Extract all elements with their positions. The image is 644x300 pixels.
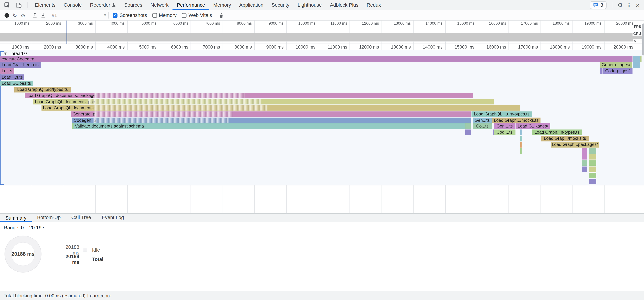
tab-network[interactable]: Network bbox=[146, 0, 173, 10]
track-selection-bracket-bottom bbox=[0, 184, 4, 185]
inspect-element-icon[interactable] bbox=[2, 1, 12, 9]
history-select[interactable]: #1 ▾ bbox=[52, 13, 106, 18]
flame-bar[interactable]: Lo...s bbox=[0, 68, 14, 74]
ruler-tick-label: 5000 ms bbox=[125, 44, 156, 50]
checkbox-memory[interactable]: Memory bbox=[152, 13, 177, 18]
tab-console[interactable]: Console bbox=[60, 0, 86, 10]
tab-bottom-up[interactable]: Bottom-Up bbox=[32, 214, 66, 221]
flame-bar[interactable] bbox=[582, 166, 587, 172]
flame-bar[interactable]: Codeg...ges/ bbox=[602, 68, 632, 74]
flame-bar[interactable]: Load GraphQ...ed/types.ts bbox=[14, 87, 70, 92]
ruler-tick-label: 6000 ms bbox=[157, 21, 188, 26]
ruler-tick-label: 2000 ms bbox=[30, 44, 61, 50]
flame-bar[interactable]: Load GraphQL documents: package bbox=[24, 93, 473, 98]
flame-bar[interactable] bbox=[589, 172, 596, 178]
flame-bar[interactable] bbox=[589, 166, 596, 172]
flame-bar[interactable] bbox=[633, 62, 640, 68]
tab-recorder[interactable]: Recorder bbox=[86, 0, 120, 10]
load-profile-icon[interactable] bbox=[31, 11, 39, 20]
flame-bar[interactable]: Load Graph...packages/ bbox=[550, 142, 599, 147]
clear-recording-button[interactable]: ⊘ bbox=[19, 11, 27, 20]
flame-bar[interactable]: Load GraphQL documents: pac bbox=[33, 99, 494, 105]
tab-lighthouse[interactable]: Lighthouse bbox=[294, 0, 326, 10]
vertical-scrollbar-thumb[interactable] bbox=[642, 23, 644, 55]
flame-bar[interactable] bbox=[520, 142, 522, 147]
learn-more-link[interactable]: Learn more bbox=[87, 293, 112, 298]
record-button[interactable] bbox=[2, 11, 11, 20]
flame-bar[interactable]: Load Graph.../mocks.ts bbox=[492, 117, 540, 123]
flame-bar[interactable]: Gen....ts bbox=[494, 124, 515, 129]
performance-toolbar: ↻ ⊘ #1 ▾ ✓ScreenshotsMemoryWeb Vitals bbox=[0, 10, 644, 21]
tab-performance[interactable]: Performance bbox=[173, 0, 209, 10]
flame-bar[interactable]: Load Gra...hema.ts bbox=[0, 62, 41, 68]
tab-event-log[interactable]: Event Log bbox=[96, 214, 130, 221]
flame-bar[interactable] bbox=[582, 160, 587, 166]
flame-bar[interactable]: Load Graph...n-types.ts bbox=[532, 130, 582, 135]
checkbox-web-vitals[interactable]: Web Vitals bbox=[182, 13, 212, 18]
ruler-tick-label: 9000 ms bbox=[252, 21, 284, 26]
thread-track-header[interactable]: ▼ Thread 0 bbox=[4, 51, 27, 56]
flame-bar[interactable] bbox=[589, 160, 596, 166]
flame-bar[interactable]: Cod....ts bbox=[494, 130, 515, 135]
flame-bar[interactable] bbox=[600, 68, 602, 74]
flame-bar[interactable] bbox=[466, 130, 471, 135]
flame-bar[interactable] bbox=[520, 148, 522, 154]
garbage-collect-trash-icon[interactable] bbox=[217, 11, 226, 20]
flame-chart[interactable]: 1000 ms2000 ms3000 ms4000 ms5000 ms6000 … bbox=[0, 44, 644, 213]
settings-gear-icon[interactable]: ⚙ bbox=[618, 2, 623, 8]
tab-redux[interactable]: Redux bbox=[362, 0, 385, 10]
device-toolbar-icon[interactable] bbox=[14, 1, 23, 9]
flame-bar[interactable] bbox=[633, 56, 640, 62]
flame-bar[interactable]: Genera...ages/ bbox=[600, 62, 632, 68]
tab-adblock-plus[interactable]: Adblock Plus bbox=[326, 0, 362, 10]
flame-bar[interactable] bbox=[589, 154, 596, 160]
tab-label: Application bbox=[239, 2, 263, 8]
legend-value: 20188 ms bbox=[60, 253, 79, 265]
issues-counter-button[interactable]: 3 bbox=[590, 1, 606, 9]
flame-bar[interactable]: Validate documents against schema bbox=[73, 124, 465, 129]
collapse-triangle-icon[interactable]: ▼ bbox=[4, 52, 7, 55]
flame-bar[interactable] bbox=[582, 148, 587, 154]
save-profile-icon[interactable] bbox=[39, 11, 47, 20]
legend-swatch bbox=[83, 248, 87, 252]
flame-bar[interactable]: Co...ts bbox=[473, 124, 492, 129]
tab-application[interactable]: Application bbox=[235, 0, 268, 10]
flame-bar[interactable]: Load G...pes.ts bbox=[0, 81, 33, 86]
range-label: Range: 0 – 20.19 s bbox=[4, 225, 46, 231]
checkbox-box[interactable] bbox=[152, 13, 157, 18]
flame-bar[interactable]: Load ...s.ts bbox=[0, 75, 24, 80]
tab-memory[interactable]: Memory bbox=[209, 0, 235, 10]
checkbox-box[interactable]: ✓ bbox=[113, 13, 118, 18]
playhead-line[interactable] bbox=[66, 21, 67, 44]
flame-bar[interactable] bbox=[589, 148, 596, 154]
close-devtools-icon[interactable]: × bbox=[636, 2, 640, 8]
checkbox-screenshots[interactable]: ✓Screenshots bbox=[113, 13, 147, 18]
flame-bar[interactable]: Codegen: p bbox=[72, 117, 471, 123]
legend-label: Idle bbox=[92, 247, 100, 253]
flame-bar[interactable] bbox=[589, 179, 596, 184]
tab-elements[interactable]: Elements bbox=[31, 0, 60, 10]
reload-and-record-button[interactable]: ↻ bbox=[10, 11, 19, 20]
flame-bar[interactable]: Load GraphQL documents: bbox=[41, 105, 520, 111]
flame-bar[interactable]: executeCodegen bbox=[0, 56, 632, 62]
more-options-kebab-icon[interactable]: ⋮ bbox=[626, 2, 632, 8]
flame-bar[interactable]: Generate: p bbox=[71, 111, 471, 117]
tab-security[interactable]: Security bbox=[268, 0, 294, 10]
tab-summary[interactable]: Summary bbox=[0, 214, 32, 221]
flame-bar[interactable] bbox=[520, 130, 522, 135]
tab-sources[interactable]: Sources bbox=[120, 0, 146, 10]
flame-bar[interactable]: Load GraphQL ...urn-types.ts bbox=[471, 111, 532, 117]
flame-bar[interactable]: Gen...ts bbox=[473, 117, 492, 123]
flame-bar[interactable] bbox=[640, 56, 642, 62]
flame-bar[interactable]: Load G...kages/ bbox=[516, 124, 550, 129]
flame-bar[interactable] bbox=[520, 136, 522, 141]
flame-bar[interactable] bbox=[465, 124, 471, 129]
checkbox-box[interactable] bbox=[182, 13, 186, 18]
tab-call-tree[interactable]: Call Tree bbox=[66, 214, 96, 221]
ruler-tick-label: 12000 ms bbox=[348, 21, 379, 26]
flame-bar[interactable] bbox=[582, 154, 587, 160]
overview-ruler: 1000 ms2000 ms3000 ms4000 ms5000 ms6000 … bbox=[0, 21, 644, 26]
timeline-overview[interactable]: 1000 ms2000 ms3000 ms4000 ms5000 ms6000 … bbox=[0, 21, 644, 44]
flame-bar[interactable]: Load Grap.../mocks.ts bbox=[541, 136, 589, 141]
ruler-tick-label: 19000 ms bbox=[570, 44, 602, 50]
